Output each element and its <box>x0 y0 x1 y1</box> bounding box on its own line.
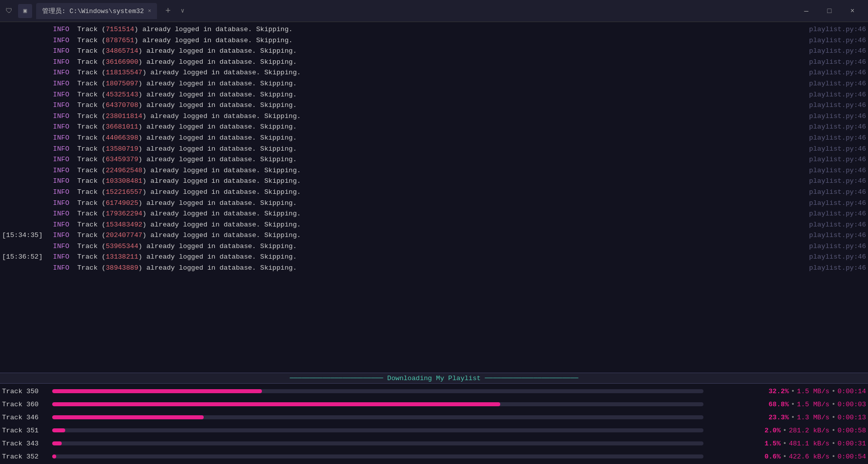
log-source: playlist.py:46 <box>801 241 866 252</box>
stat-dot2: • <box>831 440 835 447</box>
log-message: Track (8787651) already logged in databa… <box>77 35 801 46</box>
progress-row: Track 35032.2% • 1.5 MB/s • 0:00:14 <box>0 385 868 398</box>
stat-speed: 481.1 kB/s <box>789 440 829 447</box>
log-message: Track (7151514) already logged in databa… <box>77 24 801 35</box>
stat-speed: 1.3 MB/s <box>797 414 829 421</box>
log-source: playlist.py:46 <box>801 122 866 133</box>
stat-dot: • <box>783 453 787 460</box>
progress-track-label: Track 351 <box>2 427 50 434</box>
log-source: playlist.py:46 <box>801 176 866 187</box>
log-line: INFOTrack (64370708) already logged in d… <box>0 100 868 111</box>
log-line: INFOTrack (18075097) already logged in d… <box>0 78 868 89</box>
progress-track-label: Track 346 <box>2 414 50 421</box>
log-message: Track (61749025) already logged in datab… <box>77 198 801 209</box>
log-level: INFO <box>47 187 77 198</box>
progress-stats: 23.3% • 1.3 MB/s • 0:00:13 <box>705 414 866 421</box>
log-level: INFO <box>47 111 77 122</box>
progress-track-label: Track 360 <box>2 401 50 408</box>
log-line: INFOTrack (53965344) already logged in d… <box>0 241 868 252</box>
progress-row: Track 3512.0% • 281.2 kB/s • 0:00:58 <box>0 424 868 437</box>
log-message: Track (38943889) already logged in datab… <box>77 263 801 274</box>
log-source: playlist.py:46 <box>801 154 866 165</box>
terminal-tab[interactable]: 管理员: C:\Windows\system32 × <box>36 3 157 19</box>
log-source: playlist.py:46 <box>801 165 866 176</box>
log-source: playlist.py:46 <box>801 187 866 198</box>
track-id: 7151514 <box>106 26 134 33</box>
log-message: Track (118135547) already logged in data… <box>77 67 801 78</box>
log-line: INFOTrack (153483492) already logged in … <box>0 219 868 230</box>
close-window-button[interactable]: × <box>841 0 864 22</box>
track-id: 202407747 <box>106 231 142 239</box>
stat-time: 0:00:03 <box>837 401 866 408</box>
maximize-button[interactable]: □ <box>818 0 841 22</box>
stat-time: 0:00:54 <box>837 453 866 460</box>
log-message: Track (238011814) already logged in data… <box>77 111 801 122</box>
track-id: 118135547 <box>106 69 142 76</box>
track-id: 36166900 <box>106 58 138 66</box>
track-id: 153483492 <box>106 221 142 228</box>
log-source: playlist.py:46 <box>801 89 866 100</box>
log-line: INFOTrack (103308481) already logged in … <box>0 176 868 187</box>
log-level: INFO <box>47 219 77 230</box>
log-message: Track (53965344) already logged in datab… <box>77 241 801 252</box>
terminal-icon: ▣ <box>18 4 32 18</box>
stat-time: 0:00:14 <box>837 388 866 395</box>
progress-stats: 0.6% • 422.6 kB/s • 0:00:54 <box>705 453 866 460</box>
log-timestamp: [15:36:52] <box>2 252 47 263</box>
progress-stats: 68.8% • 1.5 MB/s • 0:00:03 <box>705 401 866 408</box>
progress-track-label: Track 352 <box>2 453 50 460</box>
progress-stats: 2.0% • 281.2 kB/s • 0:00:58 <box>705 427 866 434</box>
log-line: INFOTrack (45325143) already logged in d… <box>0 89 868 100</box>
tab-dropdown-button[interactable]: ∨ <box>179 7 186 15</box>
stat-dot2: • <box>831 453 835 460</box>
close-tab-button[interactable]: × <box>148 8 152 14</box>
log-line: INFOTrack (118135547) already logged in … <box>0 67 868 78</box>
tab-label: 管理员: C:\Windows\system32 <box>42 7 144 16</box>
progress-bar-fill <box>52 415 204 419</box>
log-message: Track (153483492) already logged in data… <box>77 219 801 230</box>
track-id: 44066398 <box>106 134 138 142</box>
log-source: playlist.py:46 <box>801 133 866 144</box>
log-line: INFOTrack (7151514) already logged in da… <box>0 24 868 35</box>
log-source: playlist.py:46 <box>801 144 866 155</box>
progress-bar-fill <box>52 402 500 406</box>
log-line: INFOTrack (8787651) already logged in da… <box>0 35 868 46</box>
log-line: INFOTrack (61749025) already logged in d… <box>0 198 868 209</box>
stat-dot: • <box>791 414 795 421</box>
progress-row: Track 34623.3% • 1.3 MB/s • 0:00:13 <box>0 411 868 424</box>
stat-dot2: • <box>831 388 835 395</box>
log-level: INFO <box>47 144 77 155</box>
window-controls: — □ × <box>795 0 864 22</box>
stat-percent: 68.8% <box>769 401 789 408</box>
log-line: INFOTrack (238011814) already logged in … <box>0 111 868 122</box>
log-line: INFOTrack (152216557) already logged in … <box>0 187 868 198</box>
log-message: Track (45325143) already logged in datab… <box>77 89 801 100</box>
log-source: playlist.py:46 <box>801 219 866 230</box>
progress-stats: 1.5% • 481.1 kB/s • 0:00:31 <box>705 440 866 447</box>
divider-text: ─────────────────────── Downloading My P… <box>290 375 578 382</box>
log-message: Track (152216557) already logged in data… <box>77 187 801 198</box>
stat-percent: 32.2% <box>769 388 789 395</box>
log-line: [15:36:52]INFOTrack (13138211) already l… <box>0 252 868 263</box>
terminal: INFOTrack (7151514) already logged in da… <box>0 22 868 464</box>
progress-track-label: Track 343 <box>2 440 50 447</box>
log-line: INFOTrack (38943889) already logged in d… <box>0 263 868 274</box>
log-level: INFO <box>47 133 77 144</box>
new-tab-button[interactable]: + <box>161 6 175 16</box>
stat-time: 0:00:31 <box>837 440 866 447</box>
stat-dot: • <box>783 427 787 434</box>
log-level: INFO <box>47 165 77 176</box>
progress-bar-container <box>52 428 703 432</box>
stat-dot: • <box>791 388 795 395</box>
log-source: playlist.py:46 <box>801 24 866 35</box>
log-source: playlist.py:46 <box>801 78 866 89</box>
track-id: 63459379 <box>106 156 138 163</box>
stat-dot2: • <box>831 427 835 434</box>
track-id: 34865714 <box>106 47 138 55</box>
track-id: 38943889 <box>106 264 138 272</box>
progress-row: Track 36068.8% • 1.5 MB/s • 0:00:03 <box>0 398 868 411</box>
log-timestamp: [15:34:35] <box>2 230 47 241</box>
minimize-button[interactable]: — <box>795 0 818 22</box>
progress-bar-fill <box>52 428 65 432</box>
log-line: INFOTrack (179362294) already logged in … <box>0 208 868 219</box>
